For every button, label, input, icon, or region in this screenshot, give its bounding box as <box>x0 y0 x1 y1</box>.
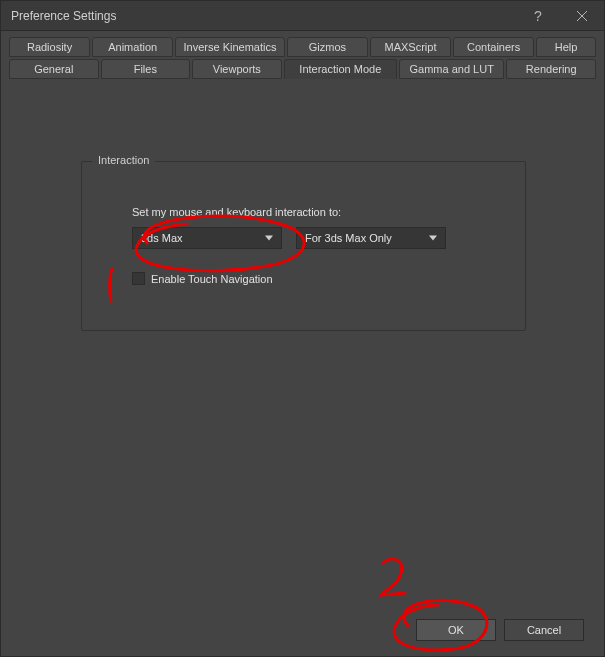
tab-gamma-and-lut[interactable]: Gamma and LUT <box>399 59 504 79</box>
tab-rendering[interactable]: Rendering <box>506 59 596 79</box>
interaction-mode-dropdown[interactable]: 3ds Max <box>132 227 282 249</box>
interaction-group: Interaction Set my mouse and keyboard in… <box>81 161 526 331</box>
content-area: Interaction Set my mouse and keyboard in… <box>1 81 604 656</box>
help-button[interactable]: ? <box>516 1 560 31</box>
tab-row-1: Radiosity Animation Inverse Kinematics G… <box>9 37 596 57</box>
tab-gizmos[interactable]: Gizmos <box>287 37 368 57</box>
tab-row-2: General Files Viewports Interaction Mode… <box>9 59 596 79</box>
interaction-scope-dropdown[interactable]: For 3ds Max Only <box>296 227 446 249</box>
tab-files[interactable]: Files <box>101 59 191 79</box>
tab-viewports[interactable]: Viewports <box>192 59 282 79</box>
help-icon: ? <box>534 8 542 24</box>
interaction-mode-value: 3ds Max <box>141 232 183 244</box>
tabs: Radiosity Animation Inverse Kinematics G… <box>1 31 604 81</box>
tab-radiosity[interactable]: Radiosity <box>9 37 90 57</box>
cancel-button[interactable]: Cancel <box>504 619 584 641</box>
tab-containers[interactable]: Containers <box>453 37 534 57</box>
chevron-down-icon <box>429 236 437 241</box>
tab-general[interactable]: General <box>9 59 99 79</box>
titlebar: Preference Settings ? <box>1 1 604 31</box>
interaction-prompt: Set my mouse and keyboard interaction to… <box>132 206 341 218</box>
window-title: Preference Settings <box>11 9 516 23</box>
group-title: Interaction <box>92 154 155 166</box>
close-button[interactable] <box>560 1 604 31</box>
close-icon <box>577 11 587 21</box>
tab-inverse-kinematics[interactable]: Inverse Kinematics <box>175 37 285 57</box>
tab-interaction-mode[interactable]: Interaction Mode <box>284 59 397 79</box>
preference-settings-window: Preference Settings ? Radiosity Animatio… <box>0 0 605 657</box>
dialog-buttons: OK Cancel <box>416 619 584 641</box>
enable-touch-label: Enable Touch Navigation <box>151 273 273 285</box>
tab-animation[interactable]: Animation <box>92 37 173 57</box>
ok-button[interactable]: OK <box>416 619 496 641</box>
interaction-scope-value: For 3ds Max Only <box>305 232 392 244</box>
tab-maxscript[interactable]: MAXScript <box>370 37 451 57</box>
tab-help[interactable]: Help <box>536 37 596 57</box>
chevron-down-icon <box>265 236 273 241</box>
annotation-mark-2 <box>371 551 421 611</box>
enable-touch-checkbox[interactable] <box>132 272 145 285</box>
